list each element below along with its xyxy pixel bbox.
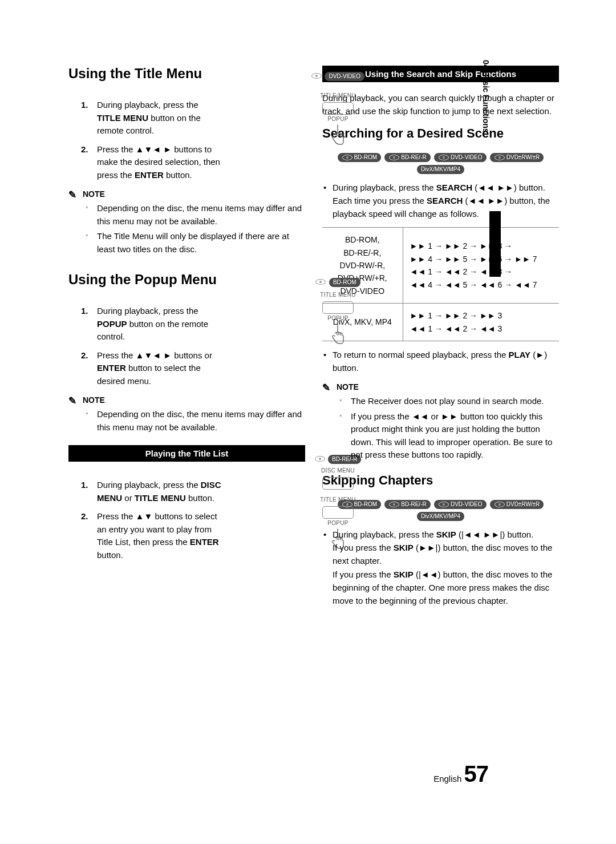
popup-note-1: Depending on the disc, the menu items ma…	[68, 408, 305, 434]
page-footer: English 57	[433, 761, 488, 787]
note-heading: NOTE	[83, 395, 305, 405]
title-menu-note-1: Depending on the disc, the menu items ma…	[68, 202, 305, 228]
hand-icon	[330, 123, 347, 146]
popup-step-2: Press the ▲▼◄ ► buttons or ENTER button …	[68, 349, 222, 388]
title-menu-step-1: During playback, press the TITLE MENU bu…	[68, 99, 222, 138]
note-heading: NOTE	[83, 189, 305, 199]
remote-illustration-popup: BD-ROM TITLE MENU POPUP	[311, 276, 365, 345]
title-menu-heading: Using the Title Menu	[68, 66, 305, 82]
title-menu-label: TITLE MENU	[311, 92, 365, 99]
side-thumb-tab	[489, 211, 501, 277]
title-list-step-2: Press the ▲▼ buttons to select an entry …	[68, 510, 222, 562]
title-menu-label: TITLE MENU	[311, 496, 365, 503]
search-note-1: The Receiver does not play sound in sear…	[322, 395, 559, 408]
remote-button-outline	[322, 506, 354, 519]
title-list-step-1: During playback, press the DISC MENU or …	[68, 479, 222, 504]
popup-label: POPUP	[311, 116, 365, 122]
hand-icon	[330, 322, 347, 345]
remote-button-outline	[322, 102, 354, 115]
remote-button-outline	[322, 301, 354, 314]
disc-menu-label: DISC MENU	[311, 467, 365, 474]
media-badges-search: BD-ROM BD-RE/-R DVD-VIDEO DVD±RW/±R DivX…	[322, 151, 559, 175]
search-bullet-1: During playback, press the SEARCH (◄◄ ►►…	[322, 181, 559, 221]
popup-label: POPUP	[311, 520, 365, 526]
remote-illustration-title-menu: DVD-VIDEO TITLE MENU POPUP	[311, 70, 365, 146]
footer-language: English	[433, 774, 461, 784]
skip-bullet: During playback, press the SKIP (|◄◄ ►►|…	[322, 528, 559, 608]
title-menu-label: TITLE MENU	[311, 292, 365, 298]
popup-label: POPUP	[311, 315, 365, 321]
speed-row2-steps: ►► 1 → ►► 2 → ►► 3 ◄◄ 1 → ◄◄ 2 → ◄◄ 3	[403, 304, 559, 341]
chapter-tab: 04 Basic Functions	[481, 60, 491, 133]
disc-eye-icon	[315, 279, 326, 285]
playing-title-list-bar: Playing the Title List	[68, 445, 305, 462]
speed-row1-steps: ►► 1 → ►► 2 → ►► 3 → ►► 4 → ►► 5 → ►► 6 …	[403, 228, 559, 304]
remote-button-outline	[322, 477, 354, 490]
page-number: 57	[464, 761, 489, 786]
note-heading: NOTE	[337, 382, 559, 391]
title-menu-note-2: The Title Menu will only be displayed if…	[68, 230, 305, 256]
disc-eye-icon	[311, 73, 322, 79]
popup-menu-heading: Using the Popup Menu	[68, 272, 305, 288]
search-bullet-2: To return to normal speed playback, pres…	[322, 348, 559, 375]
popup-step-1: During playback, press the POPUP button …	[68, 305, 222, 344]
title-menu-step-2: Press the ▲▼◄ ► buttons to make the desi…	[68, 143, 222, 182]
search-note-2: If you press the ◄◄ or ►► button too qui…	[322, 410, 559, 462]
left-column: Using the Title Menu DVD-VIDEO TITLE MEN…	[68, 66, 305, 612]
